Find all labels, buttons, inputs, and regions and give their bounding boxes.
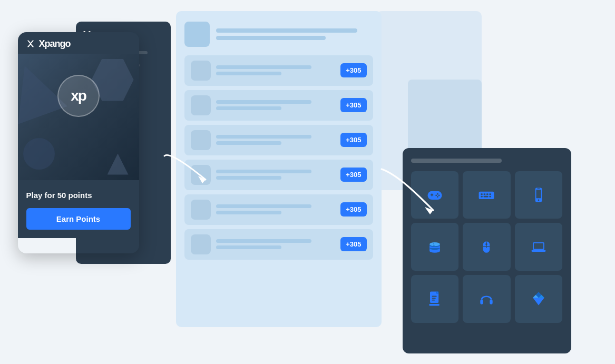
- header-x-icon: [26, 40, 35, 48]
- svg-rect-13: [490, 193, 492, 195]
- svg-point-31: [486, 243, 488, 245]
- row-lines: [216, 135, 336, 145]
- svg-rect-2: [427, 191, 442, 200]
- svg-rect-15: [484, 196, 489, 198]
- phone-cell[interactable]: [515, 171, 563, 219]
- coins-icon: 1: [425, 238, 444, 257]
- phone-icon: [529, 185, 548, 204]
- mouse-cell[interactable]: [463, 223, 511, 271]
- svg-point-26: [429, 242, 440, 246]
- list-item[interactable]: +305: [184, 160, 373, 190]
- row-lines: [216, 204, 336, 214]
- grid-card: 1: [403, 148, 571, 353]
- list-card: +305 +305 +305 +305: [176, 11, 382, 327]
- phone-card: Xpango xp Play for 50 points Earn Points: [18, 32, 139, 253]
- row-badge: +305: [340, 98, 366, 112]
- gamepad-cell[interactable]: [411, 171, 459, 219]
- svg-rect-11: [484, 193, 486, 195]
- svg-point-6: [438, 194, 440, 196]
- list-item[interactable]: +305: [184, 194, 373, 225]
- row-lines: [216, 65, 336, 75]
- diamond-cell[interactable]: [515, 275, 563, 323]
- coins-cell[interactable]: 1: [411, 223, 459, 271]
- gamepad-icon: [425, 185, 444, 204]
- row-lines: [216, 100, 336, 110]
- earn-points-button[interactable]: Earn Points: [26, 208, 131, 230]
- svg-text:1: 1: [433, 243, 435, 247]
- svg-rect-14: [481, 196, 483, 198]
- list-item[interactable]: +305: [184, 125, 373, 155]
- list-item[interactable]: +305: [184, 55, 373, 86]
- svg-rect-36: [432, 296, 436, 297]
- svg-rect-37: [432, 298, 435, 299]
- row-lines: [216, 170, 336, 180]
- svg-rect-40: [481, 300, 483, 304]
- document-cell[interactable]: [411, 275, 459, 323]
- svg-rect-39: [429, 304, 440, 306]
- list-header-icon: [184, 22, 210, 47]
- svg-rect-33: [534, 243, 543, 249]
- row-icon: [191, 61, 211, 81]
- list-header-lines: [216, 28, 373, 40]
- laptop-icon: [529, 238, 548, 257]
- row-badge: +305: [340, 202, 366, 217]
- phone-card-content: Play for 50 points Earn Points: [18, 180, 139, 238]
- svg-rect-4: [432, 193, 433, 196]
- icon-grid: 1: [411, 171, 563, 323]
- list-header: [184, 22, 373, 47]
- svg-rect-18: [536, 190, 541, 198]
- scene: Xpango Xpango xp Play for 50 points: [18, 11, 598, 353]
- row-badge: +305: [340, 237, 366, 251]
- row-lines: [216, 239, 336, 249]
- diamond-icon: [529, 289, 548, 308]
- svg-rect-20: [537, 188, 540, 189]
- row-badge: +305: [340, 63, 366, 77]
- header-logo-text: Xpango: [39, 38, 71, 50]
- phone-card-bg: xp: [18, 54, 139, 180]
- xp-symbol: xp: [71, 87, 86, 104]
- svg-rect-41: [490, 300, 493, 304]
- row-icon: [191, 95, 211, 115]
- headphones-icon: [477, 289, 496, 308]
- svg-point-8: [437, 196, 438, 198]
- play-text: Play for 50 points: [26, 191, 131, 200]
- grid-header-line: [411, 159, 502, 163]
- row-icon: [191, 200, 211, 220]
- row-icon: [191, 165, 211, 185]
- list-item[interactable]: +305: [184, 229, 373, 260]
- list-header-line-1: [216, 28, 357, 33]
- svg-point-19: [538, 199, 540, 201]
- mouse-icon: [477, 238, 496, 257]
- row-badge: +305: [340, 168, 366, 182]
- headphones-cell[interactable]: [463, 275, 511, 323]
- svg-rect-9: [479, 192, 494, 199]
- document-icon: [425, 289, 444, 308]
- bg-shape-circle: [23, 138, 55, 170]
- keyboard-icon: [477, 185, 496, 204]
- svg-rect-10: [481, 193, 483, 195]
- list-item[interactable]: +305: [184, 90, 373, 121]
- svg-rect-16: [490, 196, 492, 198]
- row-icon: [191, 130, 211, 150]
- row-badge: +305: [340, 133, 366, 147]
- svg-point-7: [435, 194, 437, 196]
- keyboard-cell[interactable]: [463, 171, 511, 219]
- row-icon: [191, 234, 211, 254]
- bg-shape-tri2: [108, 154, 129, 175]
- phone-card-header: Xpango: [18, 32, 139, 54]
- laptop-cell[interactable]: [515, 223, 563, 271]
- list-header-line-2: [216, 36, 326, 40]
- svg-rect-12: [486, 193, 489, 195]
- svg-rect-38: [432, 300, 434, 301]
- svg-point-5: [437, 193, 438, 195]
- svg-rect-34: [532, 250, 546, 252]
- xp-circle: xp: [57, 75, 100, 117]
